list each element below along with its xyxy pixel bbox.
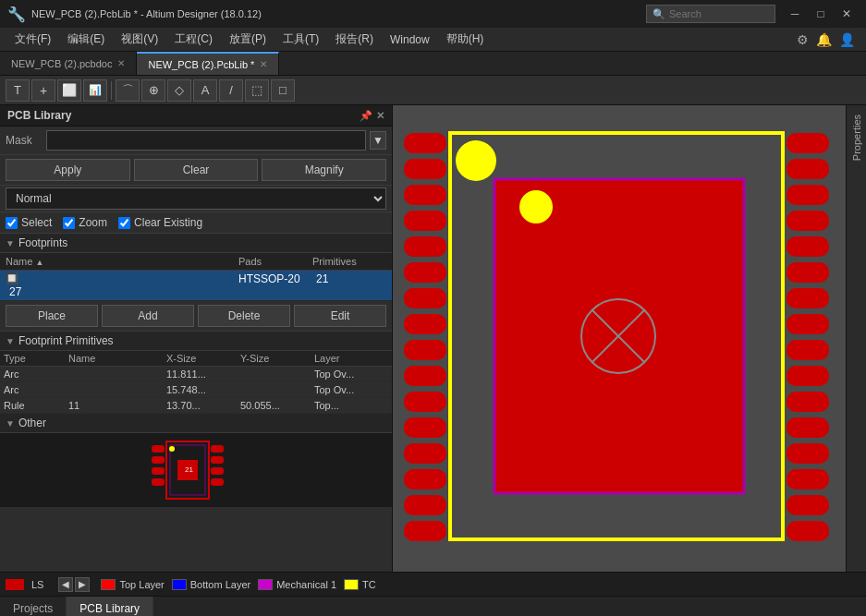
footprint-icon: 🔲 [6,272,235,285]
prim-type-1: Arc [4,368,68,380]
properties-label[interactable]: Properties [849,109,864,166]
sort-arrow: ▲ [35,257,43,268]
delete-button[interactable]: Delete [198,305,290,327]
tabbar: NEW_PCB (2).pcbdoc ✕ NEW_PCB (2).PcbLib … [0,52,866,76]
svg-rect-34 [787,236,829,257]
prim-row-2[interactable]: Arc 15.748... Top Ov... [0,382,392,398]
select-checkbox[interactable] [6,217,18,229]
svg-rect-21 [404,314,446,334]
primitives-arrow: ▼ [6,336,15,346]
app-title: NEW_PCB (2).PcbLib * - Altium Designer (… [31,8,262,19]
svg-rect-9 [211,478,224,486]
tab-pcbdoc[interactable]: NEW_PCB (2).pcbdoc ✕ [0,52,137,75]
tab-pcblib-close[interactable]: ✕ [260,59,267,69]
bell-icon[interactable]: 🔔 [816,32,832,47]
prim-name-1 [68,368,166,380]
tab-pcb-library[interactable]: PCB Library [67,597,153,616]
prim-col-layer: Layer [314,353,388,364]
tc-layer-color [344,579,359,590]
toolbar: T + ⬜ 📊 ⌒ ⊕ ◇ A / ⬚ □ [0,76,866,105]
menu-tools[interactable]: 工具(T) [275,30,326,49]
toolbar-square-btn[interactable]: □ [271,79,295,102]
clear-existing-label: Clear Existing [134,216,202,229]
panel-close-icon[interactable]: ✕ [376,110,384,122]
tc-layer-legend[interactable]: TC [344,579,376,590]
menu-view[interactable]: 视图(V) [114,30,165,49]
toolbar-text2-btn[interactable]: A [193,79,217,102]
footprint-row[interactable]: 🔲 HTSSOP-20 21 27 [0,271,392,301]
apply-button[interactable]: Apply [6,159,130,181]
action-buttons-row: Apply Clear Magnify [0,155,392,186]
add-button[interactable]: Add [102,305,194,327]
toolbar-rect-btn[interactable]: ⬚ [245,79,269,102]
toolbar-circle-btn[interactable]: ⊕ [141,79,165,102]
menu-window[interactable]: Window [383,31,437,48]
close-button[interactable]: ✕ [835,6,859,22]
zoom-checkbox[interactable] [63,217,75,229]
top-layer-legend[interactable]: Top Layer [101,579,164,590]
toolbar-text-btn[interactable]: T [6,79,30,102]
prim-row-3[interactable]: Rule 11 13.70... 50.055... Top... [0,398,392,414]
svg-rect-19 [404,262,446,283]
zoom-checkbox-item[interactable]: Zoom [63,216,107,229]
footprints-section-header[interactable]: ▼ Footprints [0,234,392,253]
menu-reports[interactable]: 报告(R) [328,30,381,49]
clear-existing-checkbox-item[interactable]: Clear Existing [118,216,202,229]
nav-arrows: ◀ ▶ [58,577,90,592]
pcb-canvas[interactable] [393,105,846,572]
tab-pcbdoc-label: NEW_PCB (2).pcbdoc [11,58,112,69]
toolbar-chart-btn[interactable]: 📊 [83,79,107,102]
other-preview: 21 [0,433,392,507]
toolbar-line-btn[interactable]: / [219,79,243,102]
mask-row: Mask ▼ [0,127,392,155]
primitives-section-header[interactable]: ▼ Footprint Primitives [0,332,392,351]
user-icon[interactable]: 👤 [839,32,855,47]
panel-pin-icon[interactable]: 📌 [360,110,372,122]
prim-row-1[interactable]: Arc 11.811... Top Ov... [0,367,392,382]
bottom-layer-legend[interactable]: Bottom Layer [172,579,250,590]
menu-place[interactable]: 放置(P) [222,30,274,49]
mask-input[interactable] [46,130,366,151]
svg-rect-30 [787,133,829,153]
toolbar-select-btn[interactable]: ⬜ [57,79,81,102]
top-layer-color [101,579,116,590]
svg-rect-40 [787,392,829,412]
menu-file[interactable]: 文件(F) [7,30,58,49]
other-section-header[interactable]: ▼ Other [0,414,392,433]
svg-rect-38 [787,340,829,360]
svg-rect-25 [404,417,446,438]
toolbar-arc-btn[interactable]: ⌒ [116,79,140,102]
svg-rect-7 [211,456,224,464]
tab-pcbdoc-close[interactable]: ✕ [117,58,125,68]
gear-icon[interactable]: ⚙ [797,32,809,47]
svg-rect-14 [404,133,446,153]
next-arrow[interactable]: ▶ [75,577,90,592]
edit-button[interactable]: Edit [294,305,386,327]
minimize-button[interactable]: ─ [783,6,807,22]
menu-help[interactable]: 帮助(H) [439,30,492,49]
search-input[interactable] [669,8,752,19]
maximize-button[interactable]: □ [809,6,833,22]
clear-button[interactable]: Clear [134,159,259,181]
svg-rect-42 [787,443,829,464]
toolbar-diamond-btn[interactable]: ◇ [167,79,191,102]
place-button[interactable]: Place [6,305,98,327]
menu-project[interactable]: 工程(C) [167,30,220,49]
clear-existing-checkbox[interactable] [118,217,130,229]
search-box[interactable]: 🔍 [646,5,775,23]
menu-edit[interactable]: 编辑(E) [60,30,112,49]
magnify-button[interactable]: Magnify [262,159,386,181]
tab-projects[interactable]: Projects [0,597,67,616]
mech1-layer-legend[interactable]: Mechanical 1 [258,579,336,590]
svg-rect-39 [787,366,829,386]
mode-select[interactable]: Normal Advanced [6,187,386,210]
svg-rect-15 [404,159,446,179]
select-checkbox-item[interactable]: Select [6,216,52,229]
mask-dropdown[interactable]: ▼ [370,131,386,150]
prev-arrow[interactable]: ◀ [58,577,73,592]
canvas-area[interactable] [393,105,846,572]
svg-text:21: 21 [185,465,193,474]
tab-pcblib[interactable]: NEW_PCB (2).PcbLib * ✕ [137,52,279,75]
toolbar-add-btn[interactable]: + [31,79,55,102]
footprint-primitives: 27 [6,285,238,298]
